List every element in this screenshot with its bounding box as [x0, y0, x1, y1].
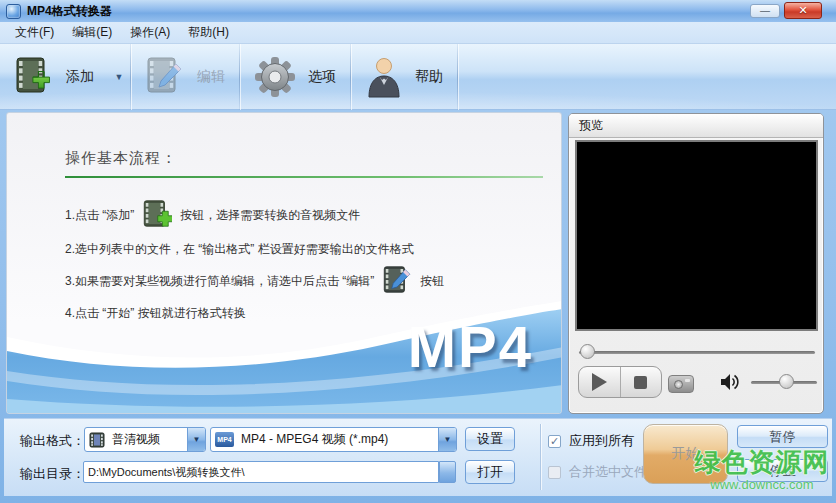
- camera-flash-icon: [685, 379, 690, 382]
- output-dir-label: 输出目录：: [20, 465, 85, 483]
- settings-button[interactable]: 设置: [465, 427, 515, 451]
- apply-all-label: 应用到所有: [569, 432, 634, 450]
- checkbox-checked-icon[interactable]: ✓: [548, 435, 561, 448]
- guide-step-4: 4.点击 “开始” 按钮就进行格式转换: [65, 305, 246, 322]
- help-button-label: 帮助: [415, 68, 443, 86]
- options-button-label: 选项: [308, 68, 336, 86]
- chevron-down-icon[interactable]: ▼: [438, 428, 456, 451]
- film-strip-icon: [89, 432, 105, 448]
- output-format-label: 输出格式：: [20, 432, 85, 450]
- merge-files-checkbox[interactable]: 合并选中文件: [548, 463, 647, 481]
- app-icon: [6, 4, 21, 19]
- guide-panel: 操作基本流程： 1.点击 “添加” 按钮，选择需要转换的音视频文件: [6, 112, 562, 414]
- film-add-icon: [14, 56, 54, 98]
- person-icon: [365, 56, 403, 98]
- add-button[interactable]: 添加: [0, 47, 108, 107]
- open-folder-button[interactable]: 打开: [465, 460, 515, 484]
- mp4-brand-watermark: MP4: [408, 313, 533, 380]
- toolbar-separator: [457, 44, 458, 110]
- bottom-separator: [540, 424, 541, 490]
- volume-slider[interactable]: [751, 372, 817, 392]
- menu-help[interactable]: 帮助(H): [179, 22, 238, 43]
- step1-text-pre: 1.点击 “添加”: [65, 207, 134, 224]
- playback-controls: [578, 366, 662, 398]
- menu-edit[interactable]: 编辑(E): [63, 22, 121, 43]
- dir-browse-button[interactable]: [439, 461, 456, 483]
- stop-button[interactable]: 停止: [737, 459, 828, 482]
- play-icon: [592, 373, 607, 391]
- checkbox-unchecked-icon[interactable]: [548, 466, 561, 479]
- guide-step-1: 1.点击 “添加” 按钮，选择需要转换的音视频文件: [65, 199, 360, 231]
- output-dir-input[interactable]: [83, 461, 439, 483]
- edit-button[interactable]: 编辑: [131, 47, 239, 107]
- quality-dropdown[interactable]: 普清视频 ▼: [84, 427, 206, 452]
- guide-step-3: 3.如果需要对某些视频进行简单编辑，请选中后点击 “编辑” 按钮: [65, 265, 444, 297]
- stop-icon: [634, 376, 647, 389]
- add-dropdown-arrow[interactable]: ▼: [108, 47, 130, 107]
- apply-all-checkbox[interactable]: ✓ 应用到所有: [548, 432, 634, 450]
- container-format-value: MP4 - MPEG4 视频 (*.mp4): [241, 431, 388, 448]
- gear-icon: [254, 56, 296, 98]
- menu-file[interactable]: 文件(F): [6, 22, 63, 43]
- seek-track: [579, 351, 815, 354]
- step4-text: 4.点击 “开始” 按钮就进行格式转换: [65, 305, 246, 322]
- chevron-down-icon[interactable]: ▼: [187, 428, 205, 451]
- pause-button[interactable]: 暂停: [737, 425, 828, 448]
- help-button[interactable]: 帮助: [351, 47, 457, 107]
- merge-files-label: 合并选中文件: [569, 463, 647, 481]
- volume-thumb[interactable]: [779, 374, 794, 389]
- step3-text-post: 按钮: [420, 273, 444, 290]
- snapshot-button[interactable]: [668, 375, 694, 393]
- close-button[interactable]: ✕: [784, 2, 822, 19]
- seek-thumb[interactable]: [580, 344, 595, 359]
- guide-step-2: 2.选中列表中的文件，在 “输出格式” 栏设置好需要输出的文件格式: [65, 241, 414, 258]
- edit-button-label: 编辑: [197, 68, 225, 86]
- guide-heading: 操作基本流程：: [65, 149, 177, 168]
- camera-lens-icon: [674, 380, 683, 389]
- film-add-icon-small: [142, 199, 172, 231]
- toolbar: 添加 ▼ 编辑: [0, 44, 836, 110]
- options-button[interactable]: 选项: [240, 47, 350, 107]
- preview-title: 预览: [569, 114, 823, 138]
- step1-text-post: 按钮，选择需要转换的音视频文件: [180, 207, 360, 224]
- start-button[interactable]: 开始: [643, 424, 728, 484]
- minimize-button[interactable]: —: [750, 4, 780, 18]
- guide-divider: [65, 176, 543, 178]
- container-format-dropdown[interactable]: MP4 MP4 - MPEG4 视频 (*.mp4) ▼: [210, 427, 457, 452]
- title-bar: MP4格式转换器 — ✕: [0, 0, 836, 22]
- stop-playback-button[interactable]: [620, 367, 662, 397]
- speaker-icon[interactable]: [719, 372, 741, 392]
- menu-action[interactable]: 操作(A): [121, 22, 179, 43]
- step2-text: 2.选中列表中的文件，在 “输出格式” 栏设置好需要输出的文件格式: [65, 241, 414, 258]
- mp4-format-icon: MP4: [215, 432, 234, 447]
- step3-text-pre: 3.如果需要对某些视频进行简单编辑，请选中后点击 “编辑”: [65, 273, 374, 290]
- bottom-bar: 输出格式： 普清视频 ▼: [4, 418, 832, 496]
- video-display: [575, 140, 818, 331]
- quality-value: 普清视频: [112, 431, 160, 448]
- seek-slider[interactable]: [579, 344, 815, 360]
- play-button[interactable]: [579, 367, 620, 397]
- film-edit-icon-small: [382, 265, 412, 297]
- film-edit-icon: [145, 56, 185, 98]
- window-title: MP4格式转换器: [27, 3, 112, 20]
- add-button-label: 添加: [66, 68, 94, 86]
- preview-panel: 预览: [568, 113, 824, 414]
- menu-bar: 文件(F) 编辑(E) 操作(A) 帮助(H): [0, 22, 836, 44]
- app-window: MP4格式转换器 — ✕ 文件(F) 编辑(E) 操作(A) 帮助(H): [0, 0, 836, 503]
